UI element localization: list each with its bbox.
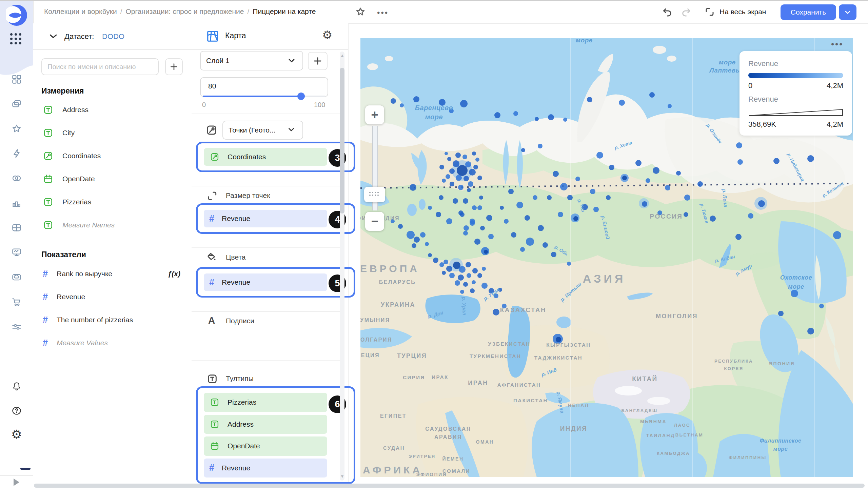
field-row-pizzerias[interactable]: Pizzerias (43, 195, 185, 209)
formula-icon: ƒ(x) (168, 270, 180, 278)
legend-color-max: 4,2M (827, 81, 843, 90)
datalens-logo[interactable] (6, 4, 27, 26)
save-button[interactable]: Сохранить (781, 4, 836, 20)
svg-text:ЭФИОПИЯ: ЭФИОПИЯ (416, 472, 447, 477)
field-row-address[interactable]: Address (43, 102, 185, 117)
geotype-select[interactable]: Точки (Геото... (222, 121, 303, 140)
svg-text:КОРЕЯ: КОРЕЯ (724, 366, 743, 371)
chip-address[interactable]: Address (204, 415, 327, 434)
breadcrumb-collections[interactable]: Коллекции и воркбуки (44, 7, 117, 15)
fullscreen-icon[interactable] (704, 6, 715, 18)
sidebar-monitoring-icon[interactable] (8, 244, 25, 261)
dimensions-list: AddressCityCoordinatesOpenDatePizzeriasM… (43, 102, 185, 232)
svg-text:р. Урал: р. Урал (461, 296, 468, 316)
svg-text:КЫРГЫЗСТАН: КЫРГЫЗСТАН (546, 342, 591, 348)
field-row-revenue[interactable]: #Revenue (43, 289, 185, 304)
map-zoom-slider-handle[interactable] (364, 187, 385, 202)
redo-icon[interactable] (681, 6, 692, 18)
opacity-slider-knob[interactable] (297, 93, 305, 100)
undo-icon[interactable] (661, 6, 673, 18)
field-row-opendate[interactable]: OpenDate (43, 171, 185, 186)
svg-text:ЕВРОПА: ЕВРОПА (360, 263, 420, 274)
svg-text:ЯПОНИЯ: ЯПОНИЯ (769, 361, 795, 366)
chip-coordinates[interactable]: Coordinates (204, 148, 327, 166)
fullscreen-label[interactable]: На весь экран (719, 8, 766, 16)
add-layer-button[interactable] (308, 52, 328, 70)
svg-text:АФРИКА: АФРИКА (363, 464, 422, 475)
legend-size-title: Revenue (748, 95, 843, 104)
layer-select[interactable]: Слой 1 (200, 51, 303, 70)
dataset-name-link[interactable]: DODO (102, 32, 124, 41)
chip-revenue[interactable]: #Revenue (204, 210, 327, 227)
chip-revenue[interactable]: #Revenue (204, 273, 327, 291)
point-size-annotation-box: 4 #Revenue (196, 203, 355, 234)
field-search-input[interactable] (41, 58, 159, 75)
text-field-icon (43, 197, 54, 207)
geopoints-icon (205, 124, 218, 136)
sidebar-marketplace-icon[interactable] (8, 293, 25, 311)
field-row-coordinates[interactable]: Coordinates (43, 148, 185, 163)
help-icon[interactable] (8, 402, 25, 420)
breadcrumb-more-icon[interactable]: ••• (377, 8, 389, 18)
map-zoom-out-button[interactable]: − (365, 212, 384, 231)
svg-text:ПАКИСТАН: ПАКИСТАН (513, 398, 548, 403)
geo-field-icon (43, 150, 54, 161)
scroll-down-icon[interactable]: ▼ (340, 474, 344, 479)
measures-title: Показатели (41, 250, 86, 259)
labels-section-icon: A (208, 315, 215, 326)
map-chart-type-icon[interactable] (206, 30, 219, 43)
field-row-the-number-of-pizzerias[interactable]: #The number of pizzerias (43, 312, 185, 327)
legend-color-min: 0 (748, 81, 752, 90)
svg-text:КИТАЙ: КИТАЙ (632, 375, 658, 382)
opacity-slider-fill (203, 96, 301, 97)
field-row-city[interactable]: City (43, 125, 185, 140)
svg-text:море: море (719, 59, 736, 66)
panel-scrollbar-thumb[interactable] (340, 68, 344, 214)
sidebar-storage-icon[interactable] (8, 268, 25, 286)
chip-opendate[interactable]: OpenDate (204, 436, 327, 456)
opacity-value[interactable]: 80 (208, 82, 216, 90)
map-canvas[interactable]: ЕВРОПААЗИЯАФРИКАРОССИЯФИНЛЯНДИЯБЕЛАРУСЬУ… (360, 38, 853, 477)
point-size-icon (206, 190, 218, 202)
sidebar-favorites-icon[interactable] (8, 120, 25, 138)
scroll-up-icon[interactable]: ▲ (340, 53, 344, 58)
chip-revenue[interactable]: #Revenue (204, 459, 327, 478)
field-row-measure-names[interactable]: Measure Names (43, 218, 185, 232)
opacity-slider[interactable] (203, 96, 326, 97)
map-more-icon[interactable]: ••• (831, 39, 843, 49)
add-field-button[interactable] (165, 58, 183, 75)
chip-pizzerias[interactable]: Pizzerias (204, 393, 327, 412)
sidebar-dashboards-icon[interactable] (8, 70, 25, 88)
svg-text:море: море (576, 38, 593, 44)
svg-text:КАЗАХСТАН: КАЗАХСТАН (500, 306, 547, 313)
map-zoom-in-button[interactable]: + (365, 105, 384, 124)
sidebar-charts-icon[interactable] (8, 194, 25, 212)
svg-text:ТУРКМЕНИСТАН: ТУРКМЕНИСТАН (470, 353, 521, 359)
chart-settings-gear-icon[interactable]: ⚙ (322, 29, 332, 41)
sidebar-expand-icon[interactable] (14, 479, 19, 486)
sidebar-quick-actions-icon[interactable] (8, 145, 25, 162)
field-row-measure-values[interactable]: #Measure Values (43, 336, 185, 350)
svg-text:АРАВИЯ: АРАВИЯ (434, 434, 462, 440)
svg-text:УКРАИНА: УКРАИНА (381, 301, 415, 308)
svg-text:ЕГИПЕТ: ЕГИПЕТ (380, 413, 407, 419)
sidebar-services-icon[interactable] (8, 318, 25, 336)
dataset-collapse-chevron-icon[interactable] (48, 31, 58, 41)
geopoints-annotation-box: 3 Coordinates (196, 142, 355, 172)
horizontal-scrollbar[interactable] (34, 484, 865, 488)
svg-text:море: море (425, 113, 443, 121)
field-row-rank-по-выручке[interactable]: #Rank по выручкеƒ(x) (43, 266, 185, 281)
sidebar-relations-icon[interactable] (8, 169, 25, 187)
save-dropdown-button[interactable] (839, 4, 856, 20)
apps-grid-icon[interactable] (10, 33, 24, 47)
favorite-star-icon[interactable] (355, 6, 366, 18)
sidebar-collapse-handle[interactable] (20, 468, 31, 470)
breadcrumb-workbook[interactable]: Организации: спрос и предложение (125, 7, 244, 15)
settings-gear-icon[interactable]: ⚙ (8, 426, 25, 443)
svg-text:БОЛГАРИЯ: БОЛГАРИЯ (360, 337, 392, 343)
sidebar-collections-icon[interactable] (8, 95, 25, 113)
sidebar-tables-icon[interactable] (8, 219, 25, 237)
notifications-bell-icon[interactable] (8, 378, 25, 395)
svg-text:МЬЯНМА: МЬЯНМА (640, 419, 667, 424)
point-size-label: Размер точек (226, 191, 270, 200)
